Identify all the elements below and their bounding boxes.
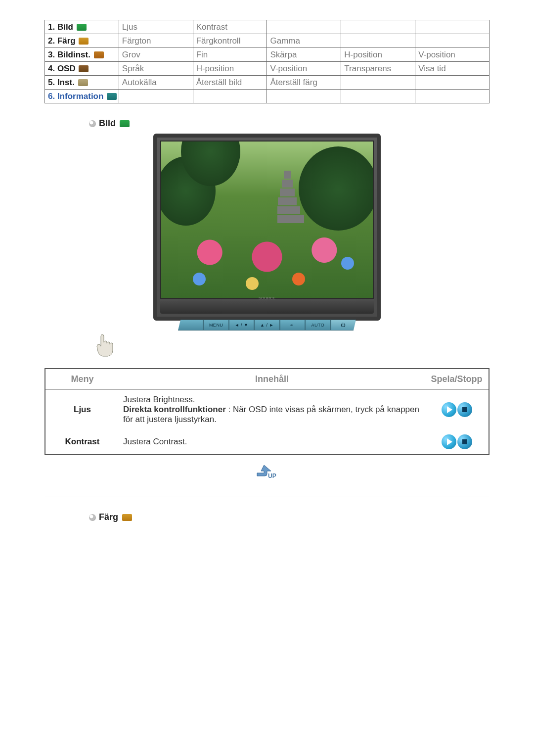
menu-subitem[interactable]: Grov (119, 48, 193, 62)
hand-pointer-icon (94, 333, 114, 357)
source-label: SOURCE (259, 296, 275, 300)
menu-subitem[interactable]: Språk (119, 62, 193, 76)
menu-subitem[interactable]: Transparens (341, 62, 415, 76)
play-button[interactable] (442, 402, 456, 417)
menu-row-label[interactable]: 4. OSD (45, 62, 119, 76)
monitor-button: ⏻ (331, 320, 356, 331)
menu-row-label[interactable]: 6. Information (45, 90, 119, 103)
col-meny: Meny (45, 369, 119, 390)
monitor-bezel: SOURCE (160, 301, 374, 314)
menu-subitem[interactable]: Gamma (267, 34, 341, 48)
monitor-button: ▲ / ► (254, 320, 279, 331)
detail-controls (425, 390, 489, 430)
menu-subitem (415, 34, 490, 48)
detail-meny: Kontrast (45, 429, 119, 455)
section-farg-heading: Färg (89, 512, 490, 522)
menu-subitem[interactable]: Färgkontroll (193, 34, 267, 48)
menu-subitem (341, 90, 415, 103)
menu-subitem[interactable]: Färgton (119, 34, 193, 48)
monitor-illustration: SOURCE (153, 134, 381, 321)
back-to-top-link[interactable]: UP (255, 464, 279, 482)
menu-subitem (341, 34, 415, 48)
detail-table: Meny Innehåll Spela/Stopp LjusJustera Br… (44, 368, 490, 455)
menu-row-label[interactable]: 5. Inst. (45, 76, 119, 90)
menu-subitem[interactable]: H-position (193, 62, 267, 76)
menu-subitem[interactable]: Skärpa (267, 48, 341, 62)
monitor-button: ◄ / ▼ (229, 320, 254, 331)
menu-subitem (415, 90, 490, 103)
section-divider (44, 497, 490, 497)
stop-button[interactable] (457, 402, 472, 417)
menu-row-label[interactable]: 2. Färg (45, 34, 119, 48)
bild-icon (77, 24, 87, 31)
osd-menu-table: 1. Bild LjusKontrast2. Färg FärgtonFärgk… (44, 20, 490, 103)
monitor-button (178, 320, 203, 331)
bullet-icon (89, 120, 96, 127)
section-bild-title: Bild (99, 118, 116, 129)
menu-subitem[interactable]: Kontrast (193, 20, 267, 34)
monitor-button: MENU (203, 320, 228, 331)
menu-subitem (415, 76, 490, 90)
inst-icon (78, 79, 88, 86)
menu-subitem[interactable]: H-position (341, 48, 415, 62)
col-spela: Spela/Stopp (425, 369, 489, 390)
bullet-icon (89, 514, 96, 521)
section-bild-heading: Bild (89, 118, 490, 129)
menu-subitem (341, 20, 415, 34)
bildinst-icon (94, 51, 104, 58)
menu-row-label[interactable]: 3. Bildinst. (45, 48, 119, 62)
up-label: UP (268, 472, 276, 479)
detail-controls (425, 429, 489, 455)
monitor-button: ↵ (280, 320, 305, 331)
menu-subitem[interactable]: Ljus (119, 20, 193, 34)
menu-subitem[interactable]: V-position (267, 62, 341, 76)
menu-subitem[interactable]: Visa tid (415, 62, 490, 76)
info-icon (107, 93, 117, 100)
detail-content: Justera Brightness.Direkta kontrollfunkt… (119, 390, 425, 430)
menu-subitem (415, 20, 490, 34)
menu-subitem (267, 20, 341, 34)
bild-icon (120, 120, 130, 127)
menu-row-label[interactable]: 1. Bild (45, 20, 119, 34)
menu-subitem (267, 90, 341, 103)
osd-icon (79, 65, 89, 72)
monitor-button-bar: MENU◄ / ▼▲ / ►↵AUTO⏻ (178, 320, 356, 331)
detail-meny: Ljus (45, 390, 119, 430)
monitor-screen (160, 141, 374, 299)
farg-icon (122, 514, 132, 521)
menu-subitem[interactable]: Återställ bild (193, 76, 267, 90)
menu-subitem[interactable]: Återställ färg (267, 76, 341, 90)
monitor-button: AUTO (305, 320, 330, 331)
menu-subitem[interactable]: V-position (415, 48, 490, 62)
farg-icon (79, 38, 89, 45)
menu-subitem (119, 90, 193, 103)
col-innehall: Innehåll (119, 369, 425, 390)
menu-subitem (341, 76, 415, 90)
menu-subitem (193, 90, 267, 103)
stop-button[interactable] (457, 434, 472, 449)
menu-subitem[interactable]: Autokälla (119, 76, 193, 90)
play-button[interactable] (442, 434, 456, 449)
section-farg-title: Färg (99, 512, 118, 522)
detail-content: Justera Contrast. (119, 429, 425, 455)
menu-subitem[interactable]: Fin (193, 48, 267, 62)
